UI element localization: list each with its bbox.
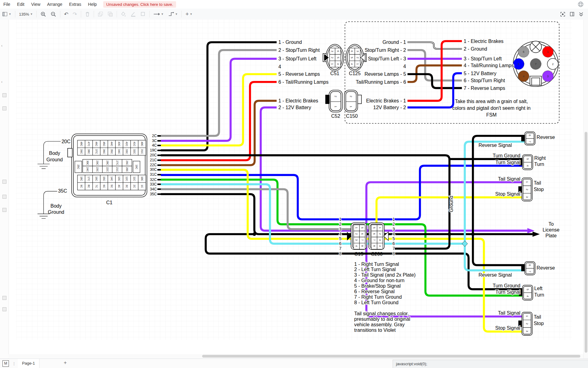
label-mid-4[interactable]: 4	[403, 63, 406, 69]
junction-dot-ground-left[interactable]	[253, 232, 256, 236]
stub-31c[interactable]: 31C	[150, 172, 157, 177]
label-left-4[interactable]: 4	[278, 64, 281, 69]
label-left-6[interactable]: 6 - Tail/Running Lamps	[278, 79, 329, 85]
label-mid-3[interactable]: Stop/Turn Left - 3	[368, 56, 406, 61]
body-ground-bottom-line1[interactable]: Body	[51, 203, 62, 209]
label-right-4[interactable]: 4 - Tail/Running Lamps	[464, 63, 514, 68]
label-right-3[interactable]: 3 - Stop/Turn Left	[464, 56, 502, 61]
body-ground-top-line2[interactable]: Ground	[47, 157, 63, 162]
label-left-3[interactable]: 3 - Stop/Turn Left	[278, 56, 317, 61]
label-35c-ground[interactable]: 35C	[58, 188, 67, 194]
junction-dot-ground-mid[interactable]	[448, 232, 451, 236]
label-left-5[interactable]: 5 - Reverse Lamps	[278, 71, 320, 77]
undo-button[interactable]: ↶	[62, 10, 70, 18]
unsaved-changes-banner[interactable]: Unsaved changes. Click here to save.	[103, 1, 176, 8]
redo-button[interactable]: ↷	[70, 10, 79, 18]
body-ground-top-line1[interactable]: Body	[49, 150, 60, 156]
label-mid-6[interactable]: Tail/Running Lamps - 6	[356, 79, 406, 85]
stub-21c[interactable]: 21C	[150, 158, 157, 162]
label-mid-brake-2[interactable]: 12V Battery - 2	[373, 105, 406, 110]
zoom-level-dropdown[interactable]: 135%▼	[17, 10, 35, 18]
stub-3c[interactable]: 3C	[152, 139, 157, 143]
label-c150[interactable]: C150	[346, 113, 358, 119]
label-c51[interactable]: C51	[330, 71, 340, 76]
label-left-1[interactable]: 1 - Ground	[278, 39, 302, 45]
stub-22c[interactable]: 22C	[150, 163, 157, 167]
add-page-button[interactable]: +	[64, 360, 67, 366]
label-c52[interactable]: C52	[331, 113, 340, 119]
left-strip-thumb[interactable]	[2, 106, 6, 110]
label-c1[interactable]: C1	[106, 200, 113, 205]
stub-35c[interactable]: 35C	[150, 192, 157, 196]
label-right-2[interactable]: 2 - Ground	[464, 46, 487, 52]
to-front-button[interactable]	[96, 10, 105, 18]
stub-33c[interactable]: 33C	[150, 182, 157, 186]
left-strip-thumb[interactable]	[2, 208, 6, 212]
fsm-note-line3[interactable]: FSM	[486, 112, 497, 117]
vertical-scrollbar[interactable]	[583, 20, 588, 358]
stub-19c[interactable]: 19C	[150, 148, 157, 152]
fill-color-button[interactable]	[119, 10, 128, 18]
label-c125[interactable]: C125	[349, 71, 360, 76]
stub-34c[interactable]: 34C	[150, 187, 157, 191]
menu-arrange[interactable]: Arrange	[44, 2, 66, 7]
junction-dot-ground-right[interactable]	[471, 232, 474, 236]
waypoint-style-button[interactable]: ▼	[166, 10, 180, 18]
zoom-in-button[interactable]	[38, 10, 48, 18]
fsm-note-line1[interactable]: Take this area with a grain of salt,	[455, 98, 528, 104]
label-mid-1[interactable]: Ground - 1	[383, 39, 406, 45]
menu-edit[interactable]: Edit	[14, 2, 28, 7]
page-tab[interactable]: Page-1	[18, 359, 40, 368]
collapse-toolbar-icon[interactable]	[577, 10, 586, 18]
label-right-7[interactable]: 7 - Reverse Lamps	[464, 85, 505, 91]
stub-4c[interactable]: 4C	[152, 143, 157, 148]
horizontal-scrollbar-thumb[interactable]	[202, 355, 580, 358]
label-20c-ground[interactable]: 20C	[62, 139, 70, 144]
stub-20c[interactable]: 20C	[150, 153, 157, 157]
shadow-button[interactable]	[138, 10, 148, 18]
label-c15[interactable]: C15	[354, 251, 364, 257]
label-right-6[interactable]: 6 - Stop/Turn Right	[464, 78, 505, 83]
label-left-2[interactable]: 2 - Stop/Turn Right	[278, 47, 320, 53]
stub-32c[interactable]: 32C	[150, 178, 157, 182]
collapse-left-chevron-2[interactable]: ‹	[1, 80, 2, 84]
stub-30c[interactable]: 30C	[150, 167, 157, 172]
language-globe-icon[interactable]	[578, 1, 584, 8]
left-panel-strip: ‹ ‹	[0, 20, 9, 358]
label-left-brake-2[interactable]: 2 - 12V Battery	[278, 105, 311, 110]
page-menu-icon[interactable]: ⋮	[12, 362, 16, 366]
fullscreen-icon[interactable]	[558, 10, 567, 18]
body-ground-bottom-line2[interactable]: Ground	[48, 209, 64, 215]
label-mid-brake-1[interactable]: Electric Brakes - 1	[366, 98, 406, 103]
fsm-note-line2[interactable]: colors and pigtail don't seem right in	[452, 105, 531, 111]
horizontal-scrollbar[interactable]	[9, 354, 583, 358]
to-back-button[interactable]	[105, 10, 115, 18]
menu-help[interactable]: Help	[85, 2, 100, 7]
menu-extras[interactable]: Extras	[66, 2, 85, 7]
label-mid-5[interactable]: Reverse Lamps - 5	[364, 71, 406, 77]
view-layout-button[interactable]: ▼	[0, 10, 13, 18]
stub-2c[interactable]: 2C	[152, 134, 157, 138]
menu-view[interactable]: View	[28, 2, 44, 7]
left-strip-thumb[interactable]	[2, 195, 6, 199]
collapse-left-chevron-1[interactable]: ‹	[1, 44, 2, 48]
insert-button[interactable]: +▼	[183, 10, 194, 18]
menu-file[interactable]: File	[0, 2, 14, 7]
left-strip-thumb[interactable]	[2, 93, 6, 97]
label-left-brake-1[interactable]: 1 - Electric Brakes	[278, 98, 318, 103]
zoom-out-button[interactable]	[48, 10, 58, 18]
left-strip-thumb[interactable]	[2, 296, 6, 300]
line-color-button[interactable]	[128, 10, 138, 18]
label-right-5[interactable]: 5 - 12V Battery	[464, 71, 496, 76]
left-strip-thumb[interactable]	[2, 180, 6, 184]
label-mid-2[interactable]: Stop/Turn Right - 2	[365, 47, 406, 53]
vertical-scrollbar-thumb[interactable]	[585, 132, 587, 353]
label-right-1[interactable]: 1 - Electric Brakes	[464, 38, 503, 44]
delete-button[interactable]	[83, 10, 92, 18]
format-panel-toggle-icon[interactable]	[567, 10, 577, 18]
connection-style-button[interactable]: ▼	[151, 10, 166, 18]
label-c200[interactable]: C200	[371, 251, 383, 257]
left-strip-thumb[interactable]	[2, 307, 6, 311]
diagram-canvas[interactable]: 1 - Ground 2 - Stop/Turn Right 3 - Stop/…	[0, 20, 588, 358]
svg-text:17C: 17C	[87, 176, 90, 181]
